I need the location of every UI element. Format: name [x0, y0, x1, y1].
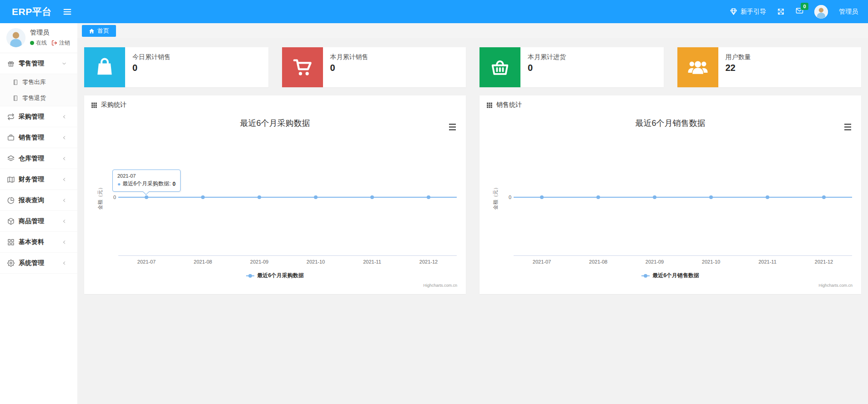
- stat-card-today-sales[interactable]: 今日累计销售 0: [84, 47, 268, 87]
- data-point[interactable]: [257, 195, 261, 199]
- online-dot-icon: [30, 41, 34, 45]
- x-axis-tick-label: 2021-11: [354, 259, 390, 264]
- shopping-bag-icon: [94, 57, 115, 78]
- navbar-username[interactable]: 管理员: [839, 8, 858, 16]
- sidebar-avatar: [6, 28, 25, 47]
- sidebar-item-label: 零售管理: [19, 60, 44, 68]
- shopping-basket-icon: [490, 57, 510, 78]
- chart-legend-item[interactable]: 最近6个月销售数据: [482, 272, 859, 279]
- stat-card-value: 0: [528, 63, 566, 73]
- doc-icon: [12, 95, 19, 101]
- stat-card-label: 本月累计进货: [528, 53, 566, 61]
- chevron-left-icon: [61, 156, 67, 161]
- stat-card-value: 22: [726, 63, 751, 73]
- sidebar-item-basic[interactable]: 基本资料: [0, 232, 77, 253]
- stat-card-user-count[interactable]: 用户数量 22: [677, 47, 862, 87]
- data-point[interactable]: [540, 195, 544, 199]
- data-point[interactable]: [653, 195, 656, 199]
- sidebar-item-finance[interactable]: 财务管理: [0, 169, 77, 190]
- sidebar-item-label: 报表查询: [19, 196, 44, 204]
- x-axis-tick-label: 2021-09: [636, 259, 673, 264]
- x-axis-tick-label: 2021-07: [524, 259, 560, 264]
- sidebar-item-purchase[interactable]: 采购管理: [0, 106, 77, 127]
- sidebar-item-label: 销售管理: [19, 134, 44, 142]
- chevron-left-icon: [61, 198, 67, 203]
- tooltip-category: 2021-07: [117, 173, 176, 179]
- beginner-guide-button[interactable]: 新手引导: [730, 8, 766, 16]
- x-axis-tick-label: 2021-07: [128, 259, 165, 264]
- sidebar-item-label: 采购管理: [19, 113, 44, 121]
- data-point[interactable]: [370, 195, 374, 199]
- sidebar-menu: 零售管理零售出库零售退货采购管理销售管理仓库管理财务管理报表查询商品管理基本资料…: [0, 53, 77, 274]
- stat-card-value: 0: [132, 63, 171, 73]
- doc-icon: [12, 79, 19, 85]
- data-point[interactable]: [596, 195, 600, 199]
- sidebar-item-goods[interactable]: 商品管理: [0, 211, 77, 232]
- logout-icon[interactable]: [51, 40, 57, 46]
- beginner-guide-label: 新手引导: [741, 8, 766, 16]
- shopping-cart-icon: [292, 57, 313, 78]
- sidebar-item-report[interactable]: 报表查询: [0, 190, 77, 211]
- data-point[interactable]: [822, 195, 826, 199]
- x-axis-tick-label: 2021-10: [298, 259, 334, 264]
- sidebar-item-label: 零售出库: [22, 78, 46, 86]
- fullscreen-icon[interactable]: [777, 8, 785, 15]
- chevron-left-icon: [61, 135, 67, 140]
- stat-cards-row: 今日累计销售 0 本月累计销售 0 本月累计进货 0: [84, 47, 861, 87]
- pie-chart-icon: [7, 197, 15, 204]
- data-point[interactable]: [427, 195, 430, 199]
- stat-card-month-purchase[interactable]: 本月累计进货 0: [479, 47, 664, 87]
- stat-card-month-sales[interactable]: 本月累计销售 0: [282, 47, 466, 87]
- plot-area: 2021-072021-082021-092021-102021-112021-…: [118, 113, 457, 294]
- sidebar-item-label: 系统管理: [19, 259, 44, 267]
- sidebar-item-label: 基本资料: [19, 238, 44, 246]
- sidebar-item-warehouse[interactable]: 仓库管理: [0, 148, 77, 169]
- data-point[interactable]: [145, 195, 148, 199]
- sidebar-item-system[interactable]: 系统管理: [0, 253, 77, 274]
- sales-chart: 最近6个月销售数据金额（元）02021-072021-082021-092021…: [482, 113, 859, 294]
- message-count-badge: 0: [801, 3, 808, 10]
- box-icon: [7, 218, 15, 225]
- tab-home[interactable]: 首页: [82, 25, 116, 37]
- x-axis-tick-label: 2021-10: [693, 259, 729, 264]
- series-dot-icon: ●: [117, 181, 121, 187]
- y-axis-title: 金额（元）: [492, 185, 499, 210]
- data-point[interactable]: [201, 195, 205, 199]
- legend-line-marker-icon: [246, 274, 254, 278]
- data-point[interactable]: [709, 195, 713, 199]
- y-axis-title: 金额（元）: [97, 185, 104, 210]
- messages-button[interactable]: 0: [796, 7, 803, 16]
- purchase-chart: 最近6个月采购数据金额（元）02021-072021-082021-092021…: [86, 113, 464, 294]
- sidebar: 管理员 在线 注销 零售管理零售出库零售退货采购管理销售管理仓库管理财务管理报表…: [0, 23, 77, 404]
- chevron-left-icon: [61, 260, 67, 266]
- highcharts-credit-link[interactable]: Highcharts.com.cn: [423, 283, 457, 288]
- data-point[interactable]: [766, 195, 769, 199]
- gem-icon: [730, 8, 737, 15]
- online-status-label: 在线: [36, 39, 47, 47]
- gear-icon: [7, 259, 15, 267]
- sidebar-item-retail-return[interactable]: 零售退货: [0, 90, 77, 106]
- sidebar-item-sales[interactable]: 销售管理: [0, 127, 77, 148]
- hamburger-icon[interactable]: [63, 7, 72, 16]
- legend-label: 最近6个月销售数据: [652, 272, 699, 279]
- chart-legend-item[interactable]: 最近6个月采购数据: [86, 272, 464, 279]
- sidebar-item-label: 商品管理: [19, 217, 44, 225]
- chevron-down-icon: [61, 61, 67, 66]
- tooltip-value: 0: [172, 181, 176, 187]
- home-icon: [89, 28, 95, 34]
- y-axis-tick-label: 0: [106, 195, 116, 200]
- briefcase-icon: [7, 134, 15, 141]
- sidebar-item-retail-out[interactable]: 零售出库: [0, 74, 77, 90]
- stat-card-label: 用户数量: [726, 53, 751, 61]
- gift-icon: [7, 60, 15, 67]
- highcharts-credit-link[interactable]: Highcharts.com.cn: [818, 283, 853, 288]
- chevron-left-icon: [61, 219, 67, 224]
- plot-area: 2021-072021-082021-092021-102021-112021-…: [514, 113, 852, 294]
- x-axis-tick-label: 2021-08: [580, 259, 616, 264]
- stat-card-label: 本月累计销售: [330, 53, 368, 61]
- th-grid-icon: [486, 102, 493, 108]
- logout-link[interactable]: 注销: [59, 39, 70, 47]
- data-point[interactable]: [314, 195, 318, 199]
- sidebar-item-retail[interactable]: 零售管理: [0, 53, 77, 74]
- navbar-avatar[interactable]: [814, 5, 828, 19]
